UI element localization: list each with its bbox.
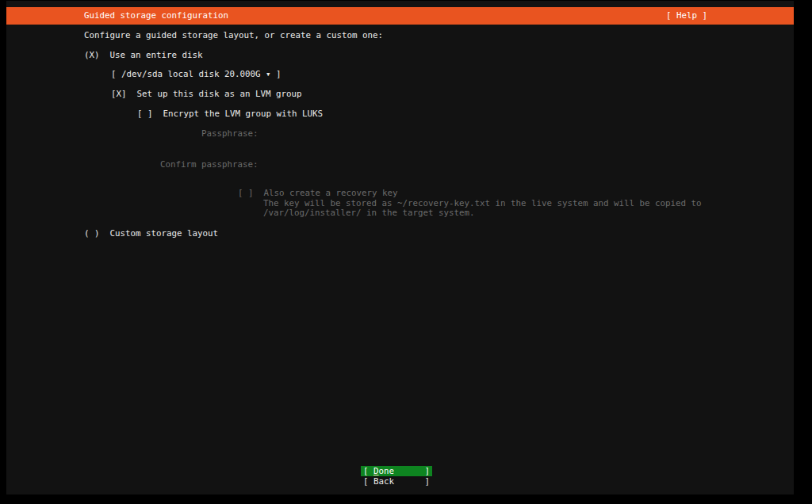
disk-select-dropdown[interactable]: [ /dev/sda local disk 20.000G ▾ ] <box>111 69 282 79</box>
title-bar: Guided storage configuration [ Help ] <box>6 7 794 25</box>
checkbox-luks-encrypt[interactable]: [ ] Encrypt the LVM group with LUKS <box>137 109 323 119</box>
done-button-bracket: ] <box>424 466 430 476</box>
radio-use-entire-disk[interactable]: (X) Use an entire disk <box>84 50 203 60</box>
confirm-passphrase-label: Confirm passphrase: <box>160 159 259 170</box>
installer-screen: Guided storage configuration [ Help ] Co… <box>0 0 812 504</box>
checkbox-recovery-key[interactable]: [ ] Also create a recovery key <box>238 188 398 198</box>
page-title: Guided storage configuration <box>84 10 228 21</box>
radio-custom-storage-layout[interactable]: ( ) Custom storage layout <box>84 228 218 239</box>
recovery-key-help-line2: /var/log/installer/ in the target system… <box>263 208 475 218</box>
instruction-text: Configure a guided storage layout, or cr… <box>84 30 383 40</box>
help-button[interactable]: [ Help ] <box>666 10 707 21</box>
terminal-window: Guided storage configuration [ Help ] Co… <box>6 1 794 494</box>
passphrase-label: Passphrase: <box>201 128 259 139</box>
back-button-label: [ Back <box>363 476 394 487</box>
done-button-label: [ Done <box>363 466 394 476</box>
checkbox-lvm-group[interactable]: [X] Set up this disk as an LVM group <box>111 89 302 99</box>
done-button[interactable]: [ Done ] <box>361 466 432 476</box>
back-button-bracket: ] <box>424 476 430 487</box>
back-button[interactable]: [ Back ] <box>361 476 432 487</box>
